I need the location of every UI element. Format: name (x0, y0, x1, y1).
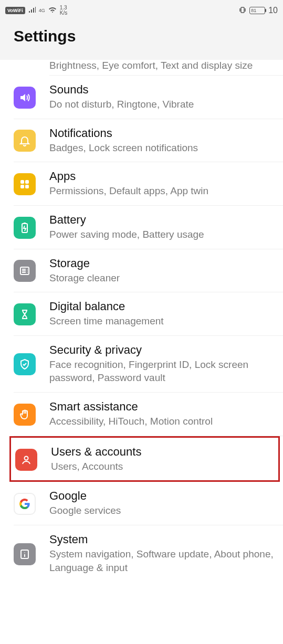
svg-point-12 (24, 552, 25, 553)
info-icon (14, 543, 36, 565)
highlight-box: Users & accounts Users, Accounts (9, 436, 280, 482)
volume-icon (14, 87, 36, 109)
item-title: Sounds (49, 83, 277, 97)
svg-point-10 (25, 456, 28, 460)
item-title: Notifications (49, 126, 277, 140)
item-subtitle: Face recognition, Fingerprint ID, Lock s… (49, 358, 277, 385)
wifi-icon (48, 7, 57, 15)
svg-rect-1 (20, 180, 24, 184)
hourglass-icon (14, 303, 36, 325)
item-display-cutoff[interactable]: Brightness, Eye comfort, Text and displa… (49, 60, 283, 76)
apps-icon (14, 173, 36, 195)
item-subtitle: Permissions, Default apps, App twin (49, 184, 277, 198)
person-icon (15, 449, 37, 471)
item-security[interactable]: Security & privacy Face recognition, Fin… (14, 336, 283, 393)
page-title: Settings (0, 19, 283, 61)
item-users-accounts[interactable]: Users & accounts Users, Accounts (15, 438, 278, 481)
item-subtitle: Do not disturb, Ringtone, Vibrate (49, 98, 277, 111)
item-subtitle: Power saving mode, Battery usage (49, 228, 277, 241)
item-subtitle: Badges, Lock screen notifications (49, 141, 277, 155)
item-title: Battery (49, 213, 277, 227)
battery-icon (14, 217, 36, 239)
item-battery[interactable]: Battery Power saving mode, Battery usage (14, 206, 283, 249)
item-subtitle: Screen time management (49, 314, 277, 328)
item-title: Security & privacy (49, 343, 277, 357)
svg-point-8 (27, 271, 28, 272)
vowifi-badge: VoWiFi (5, 7, 25, 14)
item-title: Users & accounts (51, 445, 272, 459)
svg-rect-3 (20, 185, 24, 188)
svg-point-7 (27, 269, 28, 270)
bell-icon (14, 130, 36, 152)
item-subtitle: System navigation, Software update, Abou… (49, 547, 277, 574)
svg-rect-2 (25, 180, 29, 184)
item-smart-assistance[interactable]: Smart assistance Accessibility, HiTouch,… (14, 393, 283, 436)
item-digital-balance[interactable]: Digital balance Screen time management (14, 292, 283, 336)
item-subtitle: Google services (49, 504, 277, 518)
svg-point-9 (27, 272, 28, 273)
item-title: Apps (49, 170, 277, 183)
shield-icon (14, 353, 36, 375)
google-icon (14, 493, 36, 515)
item-system[interactable]: System System navigation, Software updat… (14, 525, 283, 582)
item-subtitle: Users, Accounts (51, 460, 272, 473)
item-title: Google (49, 489, 277, 503)
signal-icon (28, 7, 36, 15)
item-title: Smart assistance (49, 400, 277, 414)
vibrate-icon (239, 6, 246, 15)
clock-partial: 10 (268, 6, 278, 15)
item-subtitle: Storage cleaner (49, 271, 277, 285)
battery-indicator: 81 (249, 7, 265, 14)
item-google[interactable]: Google Google services (14, 482, 283, 525)
storage-icon (14, 260, 36, 282)
item-subtitle: Accessibility, HiTouch, Motion control (49, 415, 277, 428)
status-bar: VoWiFi 4G 1.3 K/s 81 10 (0, 0, 283, 19)
net-speed: 1.3 K/s (60, 5, 67, 16)
item-sounds[interactable]: Sounds Do not disturb, Ringtone, Vibrate (14, 76, 283, 119)
item-apps[interactable]: Apps Permissions, Default apps, App twin (14, 162, 283, 206)
hand-icon (14, 404, 36, 426)
item-title: System (49, 533, 277, 546)
svg-rect-4 (25, 185, 29, 188)
item-storage[interactable]: Storage Storage cleaner (14, 249, 283, 293)
net-type: 4G (39, 8, 45, 13)
item-title: Digital balance (49, 300, 277, 313)
item-title: Storage (49, 257, 277, 270)
svg-rect-0 (241, 7, 244, 13)
item-notifications[interactable]: Notifications Badges, Lock screen notifi… (14, 119, 283, 163)
